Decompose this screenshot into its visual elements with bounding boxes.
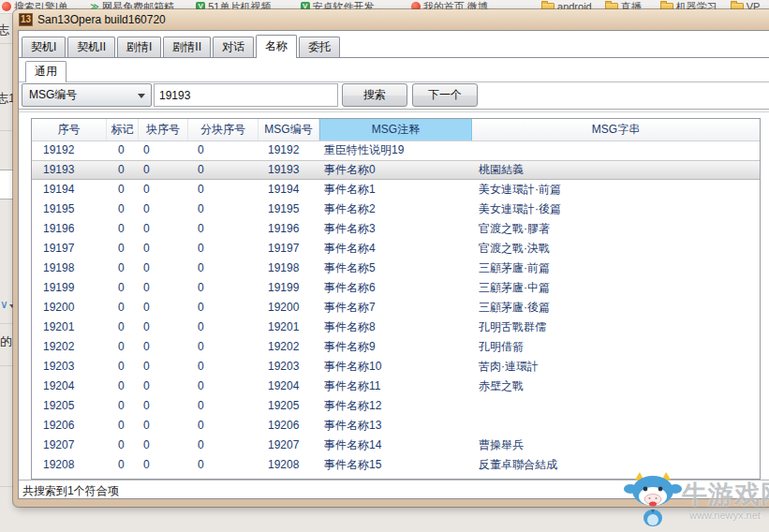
cell-subblock: 0 xyxy=(188,436,259,455)
cell-msg-string xyxy=(472,396,760,416)
table-row[interactable]: 19194 0 0 0 19194 事件名称1 美女連環計·前篇 xyxy=(32,180,760,200)
cell-msg-id: 19208 xyxy=(259,455,319,475)
cell-msg-comment: 重臣特性说明19 xyxy=(319,140,472,160)
cell-seq: 19200 xyxy=(32,298,107,318)
cow-mascot-icon xyxy=(624,470,682,530)
table-row[interactable]: 19201 0 0 0 19201 事件名称8 孔明舌戰群儒 xyxy=(32,318,760,337)
tab[interactable]: 契机I xyxy=(22,37,66,57)
watermark-site-name: 牛游戏网 xyxy=(682,478,769,511)
tab[interactable]: 名称 xyxy=(256,35,297,58)
cell-msg-string xyxy=(472,416,760,436)
cell-subblock: 0 xyxy=(188,337,259,357)
tab[interactable]: 剧情I xyxy=(117,37,161,57)
cell-mark: 0 xyxy=(107,377,139,396)
table-row[interactable]: 19192 0 0 0 19192 重臣特性说明19 xyxy=(32,140,760,160)
divider xyxy=(0,365,13,366)
cell-block: 0 xyxy=(139,318,188,337)
search-field-select-value: MSG编号 xyxy=(29,88,77,101)
background-text-fragment: 国志 xyxy=(0,22,9,38)
cell-subblock: 0 xyxy=(188,318,259,337)
cell-msg-id: 19205 xyxy=(259,396,319,416)
cell-msg-string xyxy=(472,140,760,160)
cell-msg-string: 三顧茅廬·後篇 xyxy=(472,298,760,318)
cell-subblock: 0 xyxy=(188,357,259,377)
window-titlebar[interactable]: 13 San13Opera build160720 xyxy=(13,9,769,30)
table-row[interactable]: 19203 0 0 0 19203 事件名称10 苦肉·連環計 xyxy=(32,357,760,377)
column-header[interactable]: 分块序号 xyxy=(188,119,259,140)
cell-seq: 19203 xyxy=(32,357,107,377)
tab[interactable]: 契机II xyxy=(67,37,115,57)
cell-mark: 0 xyxy=(107,298,139,318)
cell-msg-id: 19200 xyxy=(259,298,319,318)
table-row[interactable]: 19207 0 0 0 19207 事件名称14 曹操舉兵 xyxy=(32,436,760,455)
cell-mark: 0 xyxy=(107,475,139,479)
cell-subblock: 0 xyxy=(188,239,259,259)
table-row[interactable]: 19204 0 0 0 19204 事件名称11 赤壁之戰 xyxy=(32,377,760,396)
cell-mark: 0 xyxy=(107,259,139,278)
column-header[interactable]: MSG编号 xyxy=(259,119,319,140)
cell-mark: 0 xyxy=(107,278,139,298)
table-row[interactable]: 19198 0 0 0 19198 事件名称5 三顧茅廬·前篇 xyxy=(32,259,760,278)
cell-msg-id: 19202 xyxy=(259,337,319,357)
cell-seq: 19198 xyxy=(32,259,107,278)
cell-msg-comment: 事件名称14 xyxy=(319,436,472,455)
cell-mark: 0 xyxy=(107,200,139,219)
cell-block: 0 xyxy=(139,140,188,160)
column-header[interactable]: MSG字串 xyxy=(472,119,760,140)
next-button[interactable]: 下一个 xyxy=(412,83,478,107)
cell-block: 0 xyxy=(139,239,188,259)
table-row[interactable]: 19195 0 0 0 19195 事件名称2 美女連環計·後篇 xyxy=(32,200,760,219)
column-header[interactable]: 块序号 xyxy=(139,119,188,140)
tab[interactable]: 剧情II xyxy=(163,37,211,57)
table-row[interactable]: 19196 0 0 0 19196 事件名称3 官渡之戰·膠著 xyxy=(32,219,760,239)
cell-subblock: 0 xyxy=(188,278,259,298)
cell-block: 0 xyxy=(139,455,188,475)
background-text-fragment: 的 xyxy=(0,333,12,350)
table-row[interactable]: 19205 0 0 0 19205 事件名称12 xyxy=(32,396,760,416)
cell-seq: 19192 xyxy=(32,140,107,160)
search-field-select[interactable]: MSG编号 xyxy=(22,83,152,107)
cell-block: 0 xyxy=(139,377,188,396)
cell-seq: 19205 xyxy=(32,396,107,416)
main-tabbar: 契机I 契机II 剧情I 剧情II 对话 名称 委托 xyxy=(22,35,342,58)
cell-block: 0 xyxy=(139,259,188,278)
table-row[interactable]: 19202 0 0 0 19202 事件名称9 孔明借箭 xyxy=(32,337,760,357)
table-body[interactable]: 19192 0 0 0 19192 重臣特性说明19 19193 0 0 xyxy=(32,140,760,479)
chevron-down-icon xyxy=(138,94,145,98)
cell-mark: 0 xyxy=(107,416,139,436)
search-button[interactable]: 搜索 xyxy=(342,83,407,107)
search-input[interactable] xyxy=(154,83,338,107)
column-header[interactable]: 标记 xyxy=(107,119,139,140)
column-header[interactable]: 序号 xyxy=(32,119,107,140)
cell-seq: 19199 xyxy=(32,278,107,298)
table-row[interactable]: 19193 0 0 0 19193 事件名称0 桃園結義 xyxy=(32,160,760,180)
tab[interactable]: 委托 xyxy=(299,37,340,57)
cell-msg-comment: 事件名称11 xyxy=(319,377,472,396)
cell-msg-comment: 事件名称0 xyxy=(319,161,472,179)
table-row[interactable]: 19200 0 0 0 19200 事件名称7 三顧茅廬·後篇 xyxy=(32,298,760,318)
cell-msg-string: 孔明借箭 xyxy=(472,337,760,357)
desktop: 搜索引擎|单... 网易免费邮箱精... 51单片机视频... 安卓软件开发..… xyxy=(0,0,769,532)
cell-mark: 0 xyxy=(107,318,139,337)
cell-subblock: 0 xyxy=(188,161,259,179)
cell-block: 0 xyxy=(139,278,188,298)
table-row[interactable]: 19199 0 0 0 19199 事件名称6 三顧茅廬·中篇 xyxy=(32,278,760,298)
cell-mark: 0 xyxy=(107,337,139,357)
column-header[interactable]: MSG注释 xyxy=(319,119,472,140)
sub-tabbar: 通用 xyxy=(25,61,67,82)
watermark: 牛游戏网 www.newyx.net xyxy=(618,468,769,532)
cell-seq: 19193 xyxy=(32,161,107,179)
cell-seq: 19202 xyxy=(32,337,107,357)
table-row[interactable]: 19206 0 0 0 19206 事件名称13 xyxy=(32,416,760,436)
cell-mark: 0 xyxy=(107,455,139,475)
tab[interactable]: 对话 xyxy=(213,37,254,57)
cell-msg-string: 美女連環計·前篇 xyxy=(472,180,760,200)
cell-block: 0 xyxy=(139,161,188,179)
table-row[interactable]: 19197 0 0 0 19197 事件名称4 官渡之戰·決戰 xyxy=(32,239,760,259)
divider xyxy=(19,81,769,82)
subtab[interactable]: 通用 xyxy=(25,61,67,82)
cell-seq: 19207 xyxy=(32,436,107,455)
cell-block: 0 xyxy=(139,298,188,318)
cell-msg-id: 19199 xyxy=(259,278,319,298)
cell-msg-comment: 事件名称2 xyxy=(319,200,472,219)
